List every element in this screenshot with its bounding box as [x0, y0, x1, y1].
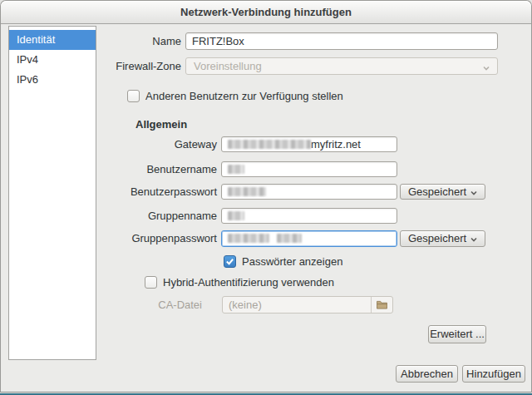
user-password-label: Benutzerpasswort: [1, 184, 217, 200]
ca-file-value: (keine): [229, 299, 262, 311]
screen: Netzwerk-Verbindung hinzufügen Identität…: [0, 0, 532, 395]
hybrid-auth-label: Hybrid-Authentifizierung verwenden: [163, 276, 334, 289]
advanced-button[interactable]: Erweitert ...: [428, 325, 486, 343]
ca-file-chooser: (keine): [222, 296, 393, 314]
show-passwords-label: Passwörter anzeigen: [242, 255, 342, 268]
folder-icon: [377, 300, 387, 309]
group-password-store-value: Gespeichert: [408, 232, 466, 244]
add-network-connection-dialog: Netzwerk-Verbindung hinzufügen Identität…: [0, 0, 532, 393]
name-label: Name: [1, 32, 181, 50]
hybrid-auth-checkbox[interactable]: [145, 276, 157, 289]
titlebar[interactable]: Netzwerk-Verbindung hinzufügen: [1, 1, 531, 24]
username-input[interactable]: [221, 161, 397, 177]
section-title-allgemein: Allgemein: [135, 118, 187, 131]
name-input[interactable]: FRITZ!Box: [185, 32, 498, 50]
chevron-down-icon: [469, 234, 479, 249]
firewall-zone-label: Firewall-Zone: [1, 57, 181, 75]
firewall-zone-value: Voreinstellung: [194, 60, 262, 72]
cancel-button[interactable]: Abbrechen: [396, 365, 458, 383]
group-password-store-select[interactable]: Gespeichert: [400, 230, 485, 247]
gateway-label: Gateway: [1, 136, 217, 152]
redacted-text: [228, 140, 311, 149]
group-password-label: Gruppenpasswort: [1, 230, 217, 247]
redacted-text: [228, 165, 244, 174]
redacted-text: [277, 234, 302, 243]
username-label: Benutzername: [1, 161, 217, 177]
group-name-label: Gruppenname: [1, 208, 217, 224]
add-button[interactable]: Hinzufügen: [462, 365, 525, 383]
gateway-visible-suffix: myfritz.net: [311, 138, 361, 151]
chevron-down-icon: [469, 187, 479, 201]
redacted-text: [228, 211, 244, 220]
redacted-text: [228, 234, 269, 243]
share-with-others-checkbox[interactable]: [127, 90, 140, 102]
user-password-store-value: Gespeichert: [408, 185, 466, 198]
user-password-store-select[interactable]: Gespeichert: [400, 184, 485, 200]
checkmark-icon: [225, 257, 234, 266]
ca-file-label: CA-Datei: [1, 296, 202, 314]
firewall-zone-select: Voreinstellung: [185, 57, 498, 75]
gateway-input[interactable]: myfritz.net: [221, 136, 397, 152]
redacted-text: [228, 187, 266, 196]
share-with-others-label: Anderen Benutzern zur Verfügung stellen: [145, 90, 343, 102]
group-name-input[interactable]: [221, 208, 397, 224]
dialog-title: Netzwerk-Verbindung hinzufügen: [1, 1, 531, 23]
ca-file-browse-button: [371, 297, 392, 313]
group-password-input[interactable]: [221, 230, 397, 247]
name-value: FRITZ!Box: [192, 35, 244, 47]
user-password-input[interactable]: [221, 184, 397, 200]
chevron-down-icon: [481, 62, 491, 77]
show-passwords-checkbox[interactable]: [224, 255, 236, 268]
